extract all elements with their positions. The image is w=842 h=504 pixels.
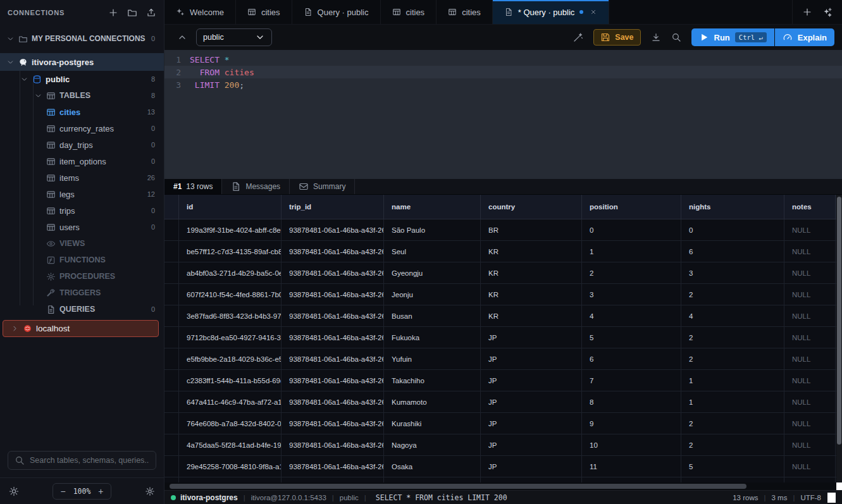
- vertical-scrollbar[interactable]: [836, 195, 842, 482]
- settings-gear-icon[interactable]: [145, 486, 155, 496]
- zoom-in-button[interactable]: +: [97, 486, 104, 496]
- table-row[interactable]: 3e87fad6-8f83-423d-b4b3-9795693878481-06…: [164, 305, 842, 327]
- horizontal-scrollbar[interactable]: [164, 482, 842, 490]
- item-count-badge: 0: [151, 305, 164, 313]
- chevron-spacer: [33, 107, 43, 117]
- column-header-trip_id[interactable]: trip_id: [282, 195, 384, 219]
- row-gutter-cell[interactable]: [164, 262, 179, 283]
- cell-trip_id: 93878481-06a1-46ba-a43f-26a79: [282, 391, 384, 412]
- vertical-scrollbar-thumb[interactable]: [837, 197, 841, 445]
- row-gutter-cell[interactable]: [164, 327, 179, 348]
- column-header-name[interactable]: name: [384, 195, 481, 219]
- sidebar-item-table-day_trips[interactable]: day_trips0: [0, 137, 164, 153]
- sidebar-item-group-views[interactable]: VIEWS: [0, 235, 164, 252]
- format-sql-wand-icon[interactable]: [573, 32, 583, 42]
- tab---query---public[interactable]: * Query · public: [493, 0, 610, 24]
- sidebar-item-group-functions[interactable]: FUNCTIONS: [0, 252, 164, 268]
- row-gutter-cell[interactable]: [164, 413, 179, 434]
- row-gutter-cell[interactable]: [164, 370, 179, 391]
- sidebar-header: CONNECTIONS: [0, 0, 164, 25]
- sidebar-item-table-users[interactable]: users0: [0, 219, 164, 235]
- table-row[interactable]: 4a75daa5-5f28-41ad-b4fe-1986ff93878481-0…: [164, 434, 842, 456]
- schema-select[interactable]: public: [196, 28, 272, 46]
- row-gutter-cell[interactable]: [164, 348, 179, 369]
- row-gutter-cell[interactable]: [164, 391, 179, 412]
- sidebar-item-group-queries[interactable]: QUERIES0: [0, 301, 164, 317]
- sidebar-item-table-items[interactable]: items26: [0, 169, 164, 186]
- column-header-country[interactable]: country: [481, 195, 582, 219]
- column-header-id[interactable]: id: [179, 195, 282, 219]
- table-row[interactable]: be57ff12-c7d3-4135-89af-cb813893878481-0…: [164, 241, 842, 262]
- sidebar-item-connection-localhost[interactable]: localhost: [3, 320, 159, 337]
- tab-query---public[interactable]: Query · public: [292, 0, 381, 24]
- column-header-notes[interactable]: notes: [784, 195, 836, 219]
- status-separator: |: [364, 494, 366, 501]
- sidebar-item-table-legs[interactable]: legs12: [0, 186, 164, 202]
- column-header-nights[interactable]: nights: [681, 195, 784, 219]
- tab-cities[interactable]: cities: [381, 0, 437, 24]
- chevron-down-icon[interactable]: [5, 57, 15, 67]
- column-header-position[interactable]: position: [582, 195, 681, 219]
- sidebar-item-group-procedures[interactable]: PROCEDURES: [0, 268, 164, 285]
- horizontal-scrollbar-thumb[interactable]: [170, 484, 746, 489]
- search-input[interactable]: [30, 456, 149, 465]
- export-connections-button[interactable]: [146, 8, 156, 18]
- result-rows-label: 13 rows: [186, 182, 213, 191]
- tab-cities[interactable]: cities: [236, 0, 292, 24]
- messages-file-icon: [231, 181, 241, 192]
- chevron-right-icon[interactable]: [9, 324, 20, 334]
- download-results-icon[interactable]: [651, 32, 661, 42]
- ai-sparkles-button[interactable]: [819, 4, 836, 20]
- table-row[interactable]: 607f2410-f54c-4fed-8861-7b044293878481-0…: [164, 284, 842, 305]
- explain-button[interactable]: Explain: [775, 28, 834, 46]
- table-row[interactable]: 9712bc8d-ea50-4927-9416-316e93878481-06a…: [164, 327, 842, 348]
- zoom-out-button[interactable]: −: [59, 486, 67, 496]
- tab-label: Welcome: [190, 8, 224, 17]
- close-icon[interactable]: [590, 8, 597, 16]
- summary-tab[interactable]: Summary: [290, 179, 355, 194]
- result-set-tab[interactable]: #1 13 rows: [164, 179, 222, 194]
- sidebar-item-group-triggers[interactable]: TRIGGERS: [0, 285, 164, 301]
- sidebar-item-group-tables[interactable]: TABLES8: [0, 87, 164, 104]
- table-row[interactable]: 199a3f9f-31be-4024-abff-c8e33d593878481-…: [164, 219, 842, 241]
- row-gutter-cell[interactable]: [164, 434, 179, 455]
- sidebar-item-table-trips[interactable]: trips0: [0, 202, 164, 219]
- new-tab-button[interactable]: [799, 4, 815, 20]
- row-gutter-cell[interactable]: [164, 284, 179, 305]
- search-in-editor-icon[interactable]: [671, 32, 681, 42]
- chevron-spacer: [33, 238, 43, 249]
- add-connection-button[interactable]: [108, 8, 118, 18]
- sidebar-item-connection-itivora-postgres[interactable]: itivora-postgres: [0, 53, 164, 71]
- table-icon: [46, 156, 56, 166]
- theme-toggle-sun-icon[interactable]: [9, 486, 19, 496]
- row-gutter-cell[interactable]: [164, 219, 179, 240]
- table-row[interactable]: 647a411c-46c9-47ba-af72-a158a93878481-06…: [164, 391, 842, 413]
- messages-tab[interactable]: Messages: [222, 179, 290, 194]
- chevron-down-icon[interactable]: [33, 90, 43, 101]
- row-gutter-cell[interactable]: [164, 241, 179, 262]
- chevron-spacer: [33, 288, 43, 298]
- table-row[interactable]: e5fb9bbe-2a18-4029-b36c-e555393878481-06…: [164, 348, 842, 370]
- chevron-down-icon[interactable]: [5, 34, 15, 44]
- row-gutter-cell[interactable]: [164, 305, 179, 326]
- row-gutter-cell[interactable]: [164, 456, 179, 477]
- save-button[interactable]: Save: [593, 29, 640, 46]
- sidebar-item-my-personal-connections[interactable]: MY PERSONAL CONNECTIONS0: [0, 30, 164, 47]
- connections-tree: MY PERSONAL CONNECTIONS0itivora-postgres…: [0, 25, 164, 445]
- collapse-editor-button[interactable]: [177, 32, 187, 42]
- sql-editor[interactable]: 1SELECT *2 FROM cities3 LIMIT 200;: [164, 50, 842, 179]
- chevron-down-icon[interactable]: [19, 74, 29, 84]
- table-row[interactable]: c2383ff1-544b-411a-b55d-69d5993878481-06…: [164, 370, 842, 391]
- table-row[interactable]: ab4bf0a3-271d-4b29-ba5c-0ecf893878481-06…: [164, 262, 842, 284]
- sidebar-item-table-currency_rates[interactable]: currency_rates0: [0, 120, 164, 137]
- sidebar-item-schema-public[interactable]: public8: [0, 71, 164, 87]
- tab-welcome[interactable]: Welcome: [164, 0, 236, 24]
- sidebar-item-table-item_options[interactable]: item_options0: [0, 153, 164, 169]
- tab-cities[interactable]: cities: [436, 0, 493, 24]
- table-row[interactable]: 29e45258-7008-4810-9f8a-a159093878481-06…: [164, 456, 842, 477]
- new-folder-button[interactable]: [127, 8, 137, 18]
- run-button[interactable]: Run Ctrl ↵: [691, 28, 774, 46]
- cell-notes: NULL: [784, 370, 836, 391]
- sidebar-item-table-cities[interactable]: cities13: [0, 104, 164, 120]
- table-row[interactable]: 764e608b-a7a8-432d-8402-01cb93878481-06a…: [164, 413, 842, 434]
